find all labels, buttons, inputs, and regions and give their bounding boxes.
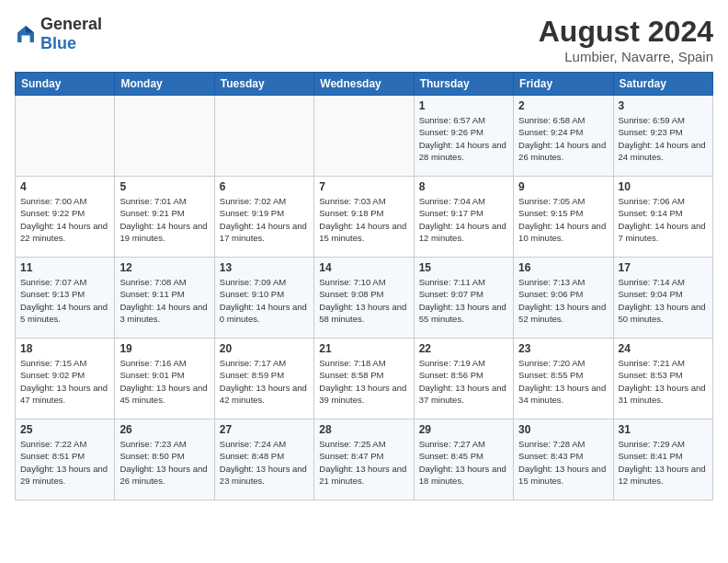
svg-rect-2 [22,36,30,43]
day-info: Sunrise: 7:29 AM Sunset: 8:41 PM Dayligh… [619,438,708,487]
day-info: Sunrise: 7:24 AM Sunset: 8:48 PM Dayligh… [220,438,309,487]
weekday-header: Thursday [414,73,513,96]
day-info: Sunrise: 7:15 AM Sunset: 9:02 PM Dayligh… [20,357,109,406]
day-number: 17 [619,261,708,274]
calendar-cell: 25Sunrise: 7:22 AM Sunset: 8:51 PM Dayli… [16,419,115,500]
day-number: 5 [119,180,209,193]
day-info: Sunrise: 7:05 AM Sunset: 9:15 PM Dayligh… [518,195,608,244]
day-number: 9 [518,180,608,193]
day-number: 19 [119,342,209,355]
calendar-week-row: 1Sunrise: 6:57 AM Sunset: 9:26 PM Daylig… [16,96,713,177]
day-number: 13 [220,261,309,274]
calendar-header: SundayMondayTuesdayWednesdayThursdayFrid… [16,73,713,96]
day-number: 29 [419,423,508,436]
day-info: Sunrise: 7:07 AM Sunset: 9:13 PM Dayligh… [20,276,109,325]
day-number: 1 [419,99,508,112]
weekday-row: SundayMondayTuesdayWednesdayThursdayFrid… [16,73,713,96]
day-info: Sunrise: 7:09 AM Sunset: 9:10 PM Dayligh… [220,276,309,325]
calendar-cell [314,96,414,177]
calendar-cell: 30Sunrise: 7:28 AM Sunset: 8:43 PM Dayli… [514,419,613,500]
day-info: Sunrise: 7:13 AM Sunset: 9:06 PM Dayligh… [518,276,608,325]
day-info: Sunrise: 7:21 AM Sunset: 8:53 PM Dayligh… [619,357,708,406]
calendar-cell: 9Sunrise: 7:05 AM Sunset: 9:15 PM Daylig… [514,177,613,258]
page-header: General Blue August 2024 Lumbier, Navarr… [15,15,713,64]
calendar-cell [16,96,115,177]
calendar-cell: 28Sunrise: 7:25 AM Sunset: 8:47 PM Dayli… [314,419,414,500]
calendar-cell: 27Sunrise: 7:24 AM Sunset: 8:48 PM Dayli… [214,419,313,500]
weekday-header: Monday [115,73,214,96]
day-number: 28 [319,423,408,436]
day-number: 20 [220,342,309,355]
title-block: August 2024 Lumbier, Navarre, Spain [539,15,713,64]
day-info: Sunrise: 7:10 AM Sunset: 9:08 PM Dayligh… [319,276,408,325]
day-number: 14 [319,261,408,274]
calendar-cell: 13Sunrise: 7:09 AM Sunset: 9:10 PM Dayli… [214,258,313,339]
day-info: Sunrise: 7:04 AM Sunset: 9:17 PM Dayligh… [419,195,508,244]
day-number: 24 [619,342,708,355]
calendar-week-row: 18Sunrise: 7:15 AM Sunset: 9:02 PM Dayli… [16,339,713,419]
calendar-cell: 18Sunrise: 7:15 AM Sunset: 9:02 PM Dayli… [16,339,115,419]
calendar-cell: 16Sunrise: 7:13 AM Sunset: 9:06 PM Dayli… [514,258,613,339]
calendar-cell: 8Sunrise: 7:04 AM Sunset: 9:17 PM Daylig… [414,177,513,258]
day-number: 2 [518,99,608,112]
logo-text: General Blue [40,15,102,53]
day-info: Sunrise: 7:08 AM Sunset: 9:11 PM Dayligh… [119,276,209,325]
day-number: 22 [419,342,508,355]
calendar-cell: 11Sunrise: 7:07 AM Sunset: 9:13 PM Dayli… [16,258,115,339]
day-info: Sunrise: 7:22 AM Sunset: 8:51 PM Dayligh… [20,438,109,487]
day-number: 4 [20,180,109,193]
calendar-cell: 12Sunrise: 7:08 AM Sunset: 9:11 PM Dayli… [115,258,214,339]
calendar-cell: 7Sunrise: 7:03 AM Sunset: 9:18 PM Daylig… [314,177,414,258]
weekday-header: Tuesday [214,73,313,96]
calendar-cell: 5Sunrise: 7:01 AM Sunset: 9:21 PM Daylig… [115,177,214,258]
day-info: Sunrise: 6:58 AM Sunset: 9:24 PM Dayligh… [518,114,608,163]
day-number: 3 [619,99,708,112]
calendar-cell: 17Sunrise: 7:14 AM Sunset: 9:04 PM Dayli… [613,258,712,339]
day-number: 8 [419,180,508,193]
calendar-cell: 23Sunrise: 7:20 AM Sunset: 8:55 PM Dayli… [514,339,613,419]
day-info: Sunrise: 6:57 AM Sunset: 9:26 PM Dayligh… [419,114,508,163]
day-info: Sunrise: 6:59 AM Sunset: 9:23 PM Dayligh… [619,114,708,163]
day-number: 11 [20,261,109,274]
weekday-header: Wednesday [314,73,414,96]
calendar-cell [115,96,214,177]
calendar-cell: 1Sunrise: 6:57 AM Sunset: 9:26 PM Daylig… [414,96,513,177]
calendar-cell: 24Sunrise: 7:21 AM Sunset: 8:53 PM Dayli… [613,339,712,419]
svg-marker-1 [26,26,34,33]
calendar-cell: 10Sunrise: 7:06 AM Sunset: 9:14 PM Dayli… [613,177,712,258]
day-info: Sunrise: 7:27 AM Sunset: 8:45 PM Dayligh… [419,438,508,487]
day-info: Sunrise: 7:03 AM Sunset: 9:18 PM Dayligh… [319,195,408,244]
calendar-cell: 20Sunrise: 7:17 AM Sunset: 8:59 PM Dayli… [214,339,313,419]
logo: General Blue [15,15,102,53]
weekday-header: Sunday [16,73,115,96]
day-info: Sunrise: 7:20 AM Sunset: 8:55 PM Dayligh… [518,357,608,406]
logo-blue: Blue [40,34,76,52]
day-number: 12 [119,261,209,274]
month-year: August 2024 [539,15,713,49]
calendar-cell: 6Sunrise: 7:02 AM Sunset: 9:19 PM Daylig… [214,177,313,258]
location: Lumbier, Navarre, Spain [539,49,713,64]
calendar-cell: 19Sunrise: 7:16 AM Sunset: 9:01 PM Dayli… [115,339,214,419]
calendar-cell: 31Sunrise: 7:29 AM Sunset: 8:41 PM Dayli… [613,419,712,500]
day-info: Sunrise: 7:25 AM Sunset: 8:47 PM Dayligh… [319,438,408,487]
calendar-cell: 29Sunrise: 7:27 AM Sunset: 8:45 PM Dayli… [414,419,513,500]
day-info: Sunrise: 7:16 AM Sunset: 9:01 PM Dayligh… [119,357,209,406]
calendar-cell: 3Sunrise: 6:59 AM Sunset: 9:23 PM Daylig… [613,96,712,177]
calendar-body: 1Sunrise: 6:57 AM Sunset: 9:26 PM Daylig… [16,96,713,500]
logo-general: General [40,15,102,33]
day-number: 6 [220,180,309,193]
calendar-cell: 15Sunrise: 7:11 AM Sunset: 9:07 PM Dayli… [414,258,513,339]
day-info: Sunrise: 7:14 AM Sunset: 9:04 PM Dayligh… [619,276,708,325]
calendar-cell: 22Sunrise: 7:19 AM Sunset: 8:56 PM Dayli… [414,339,513,419]
calendar-cell [214,96,313,177]
weekday-header: Friday [514,73,613,96]
calendar-cell: 21Sunrise: 7:18 AM Sunset: 8:58 PM Dayli… [314,339,414,419]
day-info: Sunrise: 7:00 AM Sunset: 9:22 PM Dayligh… [20,195,109,244]
day-info: Sunrise: 7:19 AM Sunset: 8:56 PM Dayligh… [419,357,508,406]
day-number: 23 [518,342,608,355]
calendar-week-row: 11Sunrise: 7:07 AM Sunset: 9:13 PM Dayli… [16,258,713,339]
day-number: 27 [220,423,309,436]
calendar-cell: 26Sunrise: 7:23 AM Sunset: 8:50 PM Dayli… [115,419,214,500]
day-number: 31 [619,423,708,436]
calendar-cell: 2Sunrise: 6:58 AM Sunset: 9:24 PM Daylig… [514,96,613,177]
